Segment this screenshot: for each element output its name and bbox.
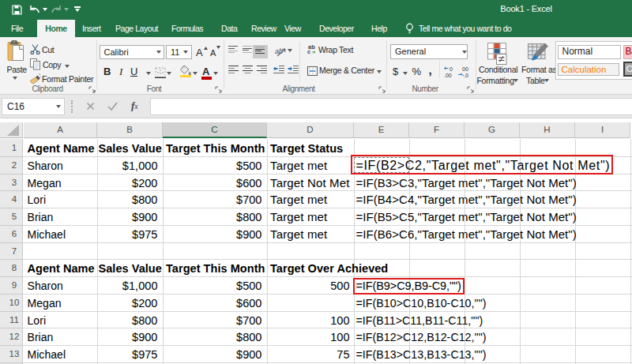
svg-text:c: c (307, 48, 310, 54)
svg-text:.00: .00 (444, 73, 452, 78)
svg-text:.0: .0 (464, 73, 468, 78)
svg-text:0: 0 (450, 66, 453, 72)
svg-text:00: 00 (462, 66, 468, 72)
